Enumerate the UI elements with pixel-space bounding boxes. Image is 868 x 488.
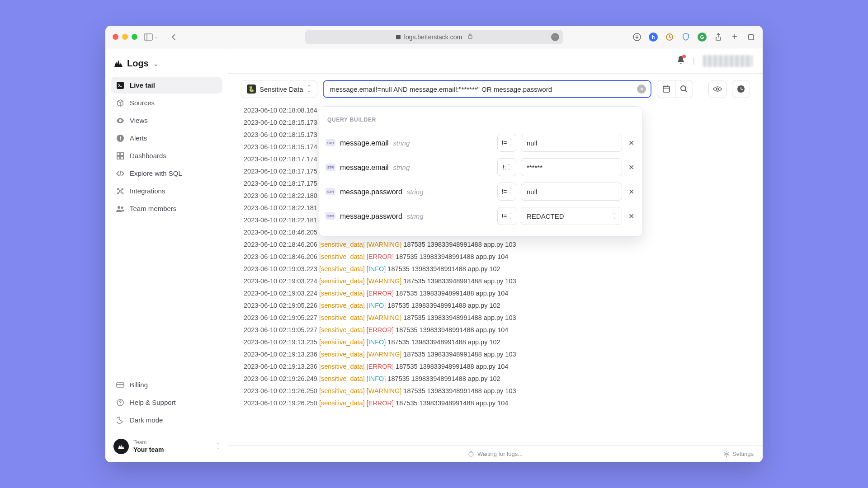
profile-avatar-icon[interactable]: G	[698, 33, 707, 42]
user-menu[interactable]	[703, 55, 753, 67]
search-button[interactable]	[675, 80, 693, 98]
sidebar-item-views[interactable]: Views	[111, 112, 222, 129]
shield-icon[interactable]	[681, 33, 690, 42]
log-line[interactable]: 2023-06-10 02:19:13.235 [sensitive_data]…	[244, 336, 763, 348]
browser-toolbar-right: h G +	[632, 33, 755, 42]
sidebar-item-live-tail[interactable]: Live tail	[111, 77, 222, 94]
query-toolbar: 🐍 Sensitive Data ⌃⌄ ✕	[228, 74, 763, 104]
qb-remove-button[interactable]: ✕	[627, 137, 636, 149]
sidebar-item-integrations[interactable]: Integrations	[111, 183, 222, 199]
nav-label: Integrations	[130, 187, 165, 195]
download-icon[interactable]	[632, 33, 642, 42]
svg-rect-3	[468, 36, 472, 38]
qb-field-type: string	[393, 161, 410, 174]
qb-operator[interactable]: !=⌃⌄	[497, 207, 516, 225]
nav-label: Dark mode	[130, 416, 163, 424]
minimize-window-button[interactable]	[122, 34, 128, 40]
qb-remove-button[interactable]: ✕	[627, 161, 636, 174]
sidebar-item-explore-with-sql[interactable]: Explore with SQL	[111, 165, 222, 182]
nav-label: Billing	[130, 381, 148, 389]
svg-rect-25	[663, 86, 670, 92]
time-button[interactable]	[732, 80, 750, 98]
log-line[interactable]: 2023-06-10 02:19:05.226 [sensitive_data]…	[244, 300, 763, 312]
clear-query-button[interactable]: ✕	[637, 84, 646, 94]
type-badge-icon: STR	[326, 139, 335, 146]
qb-value-input[interactable]: ******	[521, 158, 622, 176]
sidebar-item-dark-mode[interactable]: Dark mode	[111, 412, 222, 428]
qb-value-select[interactable]: REDACTED⌃⌄	[521, 207, 622, 225]
log-line[interactable]: 2023-06-10 02:19:05.227 [sensitive_data]…	[244, 312, 763, 324]
log-line[interactable]: 2023-06-10 02:19:03.224 [sensitive_data]…	[244, 287, 763, 300]
cube-icon	[116, 99, 124, 107]
moon-icon	[116, 417, 124, 424]
notifications-icon[interactable]	[677, 56, 685, 66]
log-line[interactable]: 2023-06-10 02:19:03.224 [sensitive_data]…	[244, 275, 763, 287]
chevron-down-icon: ⌄	[153, 60, 159, 67]
log-line[interactable]: 2023-06-10 02:19:26.250 [sensitive_data]…	[244, 385, 763, 397]
alert-icon	[116, 135, 124, 142]
qb-remove-button[interactable]: ✕	[627, 186, 636, 198]
back-button[interactable]	[171, 33, 176, 41]
help-icon	[116, 399, 124, 406]
query-builder-row: STRmessage.password string!=⌃⌄REDACTED⌃⌄…	[326, 204, 636, 228]
log-line[interactable]: 2023-06-10 02:19:03.223 [sensitive_data]…	[244, 263, 763, 275]
sidebar-item-sources[interactable]: Sources	[111, 94, 222, 111]
log-viewer[interactable]: QUERY BUILDER STRmessage.email string!=⌃…	[228, 104, 763, 445]
qb-value-input[interactable]: null	[521, 183, 622, 201]
lock-icon	[467, 33, 473, 41]
app-logo[interactable]: Logs ⌄	[111, 55, 222, 77]
nav-label: Dashboards	[130, 152, 166, 160]
share-icon[interactable]	[714, 33, 723, 42]
updown-icon: ⌃⌄	[216, 443, 220, 450]
svg-point-21	[121, 206, 123, 209]
query-builder-title: QUERY BUILDER	[326, 113, 636, 131]
log-line[interactable]: 2023-06-10 02:18:46.206 [sensitive_data]…	[244, 239, 763, 251]
qb-operator[interactable]: !=⌃⌄	[497, 134, 516, 152]
sidebar-item-help-support[interactable]: Help & Support	[111, 394, 222, 411]
query-builder-row: STRmessage.email string!:⌃⌄******✕	[326, 155, 636, 179]
qb-field-name: message.email	[340, 161, 389, 174]
query-input[interactable]	[330, 85, 637, 93]
sidebar-item-alerts[interactable]: Alerts	[111, 130, 222, 146]
tabs-icon[interactable]	[746, 33, 755, 42]
date-picker-button[interactable]	[657, 80, 675, 98]
page-menu-icon[interactable]: ⋯	[551, 33, 559, 41]
visibility-button[interactable]	[708, 80, 726, 98]
app-body: Logs ⌄ Live tailSourcesViewsAlertsDashbo…	[105, 48, 763, 462]
svg-rect-0	[144, 34, 152, 40]
qb-remove-button[interactable]: ✕	[627, 210, 636, 222]
log-line[interactable]: 2023-06-10 02:18:46.206 [sensitive_data]…	[244, 251, 763, 263]
terminal-icon	[116, 82, 124, 89]
qb-field-type: string	[407, 186, 424, 198]
svg-rect-14	[121, 156, 123, 159]
log-line[interactable]: 2023-06-10 02:19:26.249 [sensitive_data]…	[244, 373, 763, 385]
spinner-icon	[468, 451, 474, 457]
waiting-text: Waiting for logs...	[477, 450, 523, 457]
log-line[interactable]: 2023-06-10 02:19:05.227 [sensitive_data]…	[244, 324, 763, 336]
svg-point-33	[726, 453, 727, 455]
team-switcher[interactable]: Team Your team ⌃⌄	[111, 433, 222, 456]
card-icon	[116, 382, 124, 388]
qb-value-input[interactable]: null	[521, 134, 622, 152]
query-input-wrapper[interactable]: ✕	[323, 80, 651, 98]
extension-honey-icon[interactable]: h	[649, 33, 658, 42]
source-selector[interactable]: 🐍 Sensitive Data ⌃⌄	[241, 80, 317, 98]
sidebar-toggle-icon[interactable]: ⌄	[144, 33, 158, 41]
log-line[interactable]: 2023-06-10 02:19:26.250 [sensitive_data]…	[244, 397, 763, 409]
team-avatar	[113, 439, 129, 454]
settings-button[interactable]: Settings	[723, 450, 754, 457]
waiting-indicator: Waiting for logs...	[468, 450, 523, 457]
log-line[interactable]: 2023-06-10 02:19:13.236 [sensitive_data]…	[244, 361, 763, 373]
address-bar[interactable]: logs.betterstack.com ⋯	[305, 30, 563, 44]
log-line[interactable]: 2023-06-10 02:19:13.236 [sensitive_data]…	[244, 348, 763, 361]
sidebar-item-dashboards[interactable]: Dashboards	[111, 147, 222, 164]
qb-operator[interactable]: !:⌃⌄	[497, 158, 516, 176]
close-window-button[interactable]	[113, 34, 118, 40]
nav-bottom: BillingHelp & SupportDark mode	[111, 376, 222, 428]
sidebar-item-team-members[interactable]: Team members	[111, 200, 222, 217]
sidebar-item-billing[interactable]: Billing	[111, 376, 222, 393]
maximize-window-button[interactable]	[132, 34, 137, 40]
qb-operator[interactable]: !=⌃⌄	[497, 183, 516, 201]
new-tab-icon[interactable]: +	[730, 33, 739, 42]
extension-icon[interactable]	[665, 33, 674, 42]
